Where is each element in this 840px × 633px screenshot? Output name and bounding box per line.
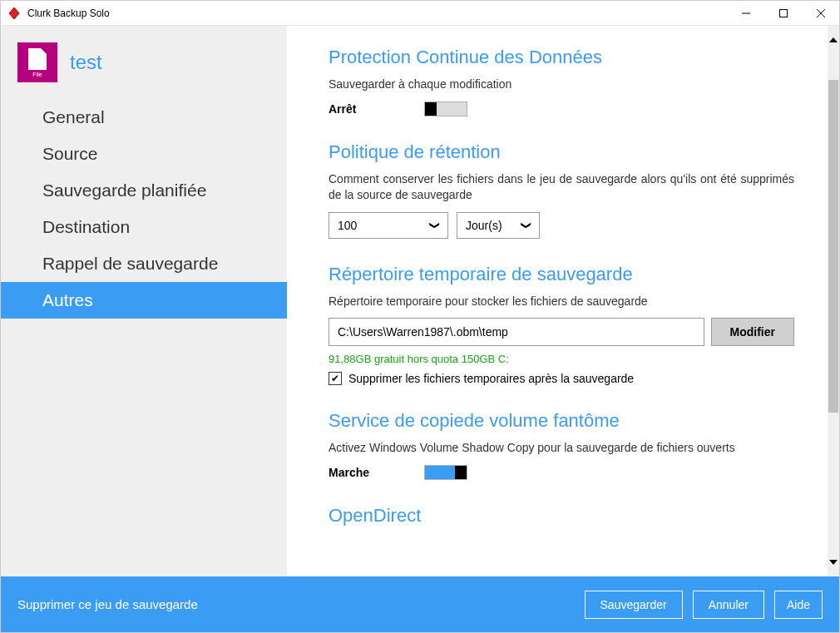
toggle-cdp[interactable] bbox=[424, 101, 467, 116]
close-button[interactable] bbox=[802, 1, 839, 25]
scrollbar[interactable] bbox=[828, 26, 839, 576]
section-desc-cdp: Sauvegarder à chaque modification bbox=[329, 77, 794, 93]
scroll-thumb[interactable] bbox=[828, 80, 838, 413]
nav-general[interactable]: General bbox=[1, 99, 287, 136]
section-desc-tempdir: Répertoire temporaire pour stocker les f… bbox=[329, 294, 794, 310]
titlebar: Clurk Backup Solo bbox=[1, 1, 839, 26]
profile-name: test bbox=[70, 51, 102, 74]
nav-destination[interactable]: Destination bbox=[1, 209, 287, 245]
profile-type-icon: File bbox=[17, 42, 57, 82]
retention-count-value: 100 bbox=[338, 219, 357, 232]
nav-backup-reminder[interactable]: Rappel de sauvegarde bbox=[1, 245, 287, 282]
tempdir-path-input[interactable] bbox=[329, 318, 704, 346]
toggle-label-cdp: Arrêt bbox=[329, 102, 424, 116]
delete-backup-set-link[interactable]: Supprimer ce jeu de sauvegarde bbox=[17, 597, 585, 611]
chevron-down-icon: ❯ bbox=[429, 221, 441, 230]
svg-rect-1 bbox=[779, 9, 787, 17]
sidebar: File test General Source Sauvegarde plan… bbox=[1, 26, 287, 576]
retention-unit-select[interactable]: Jour(s) ❯ bbox=[457, 212, 540, 239]
window-title: Clurk Backup Solo bbox=[27, 7, 727, 19]
scroll-down-arrow-icon[interactable] bbox=[828, 556, 839, 568]
nav-source[interactable]: Source bbox=[1, 136, 287, 172]
toggle-vss[interactable] bbox=[424, 465, 467, 480]
footer-bar: Supprimer ce jeu de sauvegarde Sauvegard… bbox=[1, 576, 839, 632]
nav-others[interactable]: Autres bbox=[1, 282, 287, 319]
scroll-up-arrow-icon[interactable] bbox=[828, 34, 839, 46]
free-space-text: 91,88GB gratuit hors quota 150GB C: bbox=[329, 353, 794, 365]
retention-count-select[interactable]: 100 ❯ bbox=[329, 212, 448, 239]
chevron-down-icon: ❯ bbox=[521, 221, 532, 230]
minimize-button[interactable] bbox=[727, 1, 764, 25]
modify-button[interactable]: Modifier bbox=[711, 318, 794, 346]
retention-unit-value: Jour(s) bbox=[466, 219, 502, 232]
section-title-retention: Politique de rétention bbox=[329, 141, 794, 163]
toggle-label-vss: Marche bbox=[329, 466, 424, 479]
section-title-opendirect: OpenDirect bbox=[329, 505, 794, 527]
section-desc-retention: Comment conserver les fichiers dans le j… bbox=[329, 171, 794, 204]
maximize-button[interactable] bbox=[764, 1, 802, 25]
section-title-cdp: Protection Continue des Données bbox=[329, 47, 794, 68]
delete-temp-checkbox[interactable]: ✔ bbox=[329, 372, 342, 385]
content-area: Protection Continue des Données Sauvegar… bbox=[287, 26, 828, 576]
save-button[interactable]: Sauvegarder bbox=[585, 591, 683, 619]
section-desc-vss: Activez Windows Volume Shadow Copy pour … bbox=[329, 440, 794, 457]
section-title-tempdir: Répertoire temporaire de sauvegarde bbox=[329, 264, 794, 285]
cancel-button[interactable]: Annuler bbox=[693, 591, 764, 619]
section-title-vss: Service de copiede volume fantôme bbox=[329, 410, 794, 432]
app-icon bbox=[7, 7, 21, 20]
nav-scheduled-backup[interactable]: Sauvegarde planifiée bbox=[1, 172, 287, 209]
help-button[interactable]: Aide bbox=[774, 591, 823, 619]
delete-temp-label: Supprimer les fichiers temporaires après… bbox=[348, 372, 634, 385]
